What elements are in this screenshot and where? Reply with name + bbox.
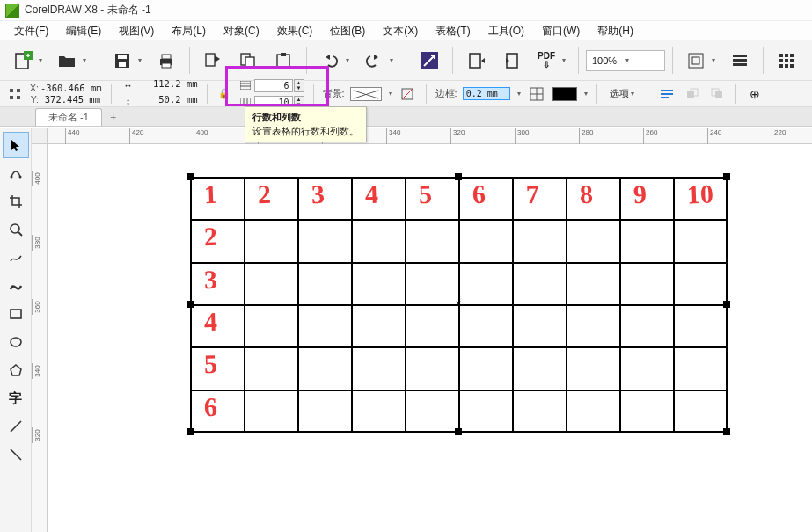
menu-edit[interactable]: 编辑(E) (57, 21, 110, 40)
import-button[interactable] (460, 45, 492, 77)
pick-tool[interactable] (3, 132, 29, 158)
wrap-text-button[interactable] (656, 84, 677, 104)
table-cell[interactable] (298, 178, 352, 220)
lock-ratio-icon[interactable]: 🔒 (216, 86, 232, 102)
table-cell[interactable] (406, 305, 459, 347)
table-cell[interactable] (352, 347, 406, 390)
menu-layout[interactable]: 布局(L) (163, 21, 215, 40)
width-value[interactable]: 112.2 mm (138, 78, 198, 94)
parallel-dim-tool[interactable] (3, 413, 29, 440)
table-cell[interactable] (513, 305, 567, 347)
table-cell[interactable] (352, 178, 406, 220)
shape-tool[interactable] (3, 160, 29, 186)
border-color-dropdown[interactable]: ▾ (584, 90, 588, 98)
ruler-vertical[interactable]: 400380360340320 (32, 144, 48, 532)
text-tool[interactable]: 字 (3, 385, 29, 412)
tab-doc1[interactable]: 未命名 -1 (35, 108, 102, 126)
artistic-media-tool[interactable] (3, 273, 29, 299)
table-cell[interactable] (298, 220, 352, 262)
table-cell[interactable] (191, 390, 245, 433)
menu-bitmap[interactable]: 位图(B) (321, 21, 374, 40)
table-cell[interactable] (567, 263, 620, 305)
background-swatch[interactable] (350, 87, 382, 101)
table-cell[interactable] (298, 305, 352, 347)
table-cell[interactable] (245, 305, 298, 347)
table-cell[interactable] (620, 347, 674, 390)
table-cell[interactable] (567, 390, 620, 433)
border-width-input[interactable]: 0.2 mm (463, 87, 510, 100)
table-cell[interactable] (513, 263, 567, 305)
menu-object[interactable]: 对象(C) (215, 21, 268, 40)
table-cell[interactable] (352, 263, 406, 305)
open-button[interactable]: ▾ (51, 45, 91, 77)
table-cell[interactable] (191, 220, 245, 262)
menu-text[interactable]: 文本(X) (374, 21, 427, 40)
redo-button[interactable]: ▾ (358, 45, 399, 77)
table-cell[interactable] (298, 347, 352, 390)
border-color-swatch[interactable] (552, 87, 577, 101)
export-button[interactable] (495, 45, 527, 77)
height-value[interactable]: 50.2 mm (138, 94, 198, 110)
table-cell[interactable] (459, 347, 513, 390)
table-cell[interactable] (459, 178, 513, 220)
table-cell[interactable] (459, 390, 513, 433)
menu-view[interactable]: 视图(V) (110, 21, 163, 40)
table-cell[interactable] (352, 220, 406, 262)
table-cell[interactable] (513, 220, 567, 262)
menu-help[interactable]: 帮助(H) (589, 21, 642, 40)
table-cell[interactable] (513, 178, 567, 220)
zoom-tool[interactable] (3, 216, 29, 243)
drawing-page[interactable]: 1234567891023456 ✕ (76, 155, 803, 523)
x-position-value[interactable]: -360.466 mm (40, 83, 102, 94)
table-cell[interactable] (245, 390, 298, 433)
rows-spinner[interactable]: ▲▼ (294, 79, 304, 92)
save-button[interactable]: ▾ (106, 45, 147, 77)
table-cell[interactable] (459, 263, 513, 305)
paste-button[interactable] (267, 45, 299, 77)
ruler-origin[interactable] (32, 128, 48, 144)
table-cell[interactable] (245, 178, 298, 220)
table-cell[interactable] (674, 263, 728, 305)
table-cell[interactable] (674, 347, 728, 390)
menu-window[interactable]: 窗口(W) (533, 21, 589, 40)
table-cell[interactable] (245, 347, 298, 390)
table-cell[interactable] (352, 305, 406, 347)
table-cell[interactable] (298, 390, 352, 433)
rows-input[interactable]: 6 (254, 79, 293, 92)
connector-tool[interactable] (3, 441, 29, 468)
table-cell[interactable] (459, 220, 513, 262)
freehand-tool[interactable] (3, 244, 29, 271)
table-cell[interactable] (406, 347, 459, 390)
table-cell[interactable] (191, 263, 245, 305)
table-cell[interactable] (620, 305, 674, 347)
border-style-button[interactable] (526, 84, 547, 104)
cut-button[interactable] (197, 45, 229, 77)
table-cell[interactable] (406, 390, 459, 433)
add-tab-button[interactable]: + (106, 110, 121, 126)
table-cell[interactable] (406, 263, 459, 305)
table-cell[interactable] (674, 220, 728, 262)
ruler-horizontal[interactable]: 440420400380360340320300280260240220 (48, 128, 812, 144)
table-cell[interactable] (406, 220, 459, 262)
zoom-level-combo[interactable]: 100%▾ (586, 50, 665, 71)
undo-button[interactable]: ▾ (314, 45, 355, 77)
copy-button[interactable] (232, 45, 264, 77)
app-launcher-button[interactable] (771, 45, 802, 77)
menu-table[interactable]: 表格(T) (427, 21, 479, 40)
table-cell[interactable] (513, 390, 567, 433)
polygon-tool[interactable] (3, 357, 29, 383)
more-button[interactable]: ⊕ (745, 84, 764, 104)
table-cell[interactable] (513, 347, 567, 390)
menu-tools[interactable]: 工具(O) (479, 21, 533, 40)
new-button[interactable]: ▾ (7, 45, 48, 77)
table-cell[interactable] (245, 220, 298, 262)
rectangle-tool[interactable] (3, 301, 29, 327)
table-cell[interactable] (191, 178, 245, 220)
edit-fill-button[interactable] (398, 84, 417, 104)
background-dropdown[interactable]: ▾ (389, 90, 392, 98)
table-cell[interactable] (245, 263, 298, 305)
snap-button[interactable]: ▾ (680, 45, 721, 77)
crop-tool[interactable] (3, 188, 29, 215)
print-button[interactable] (150, 45, 182, 77)
menu-file[interactable]: 文件(F) (5, 21, 57, 40)
